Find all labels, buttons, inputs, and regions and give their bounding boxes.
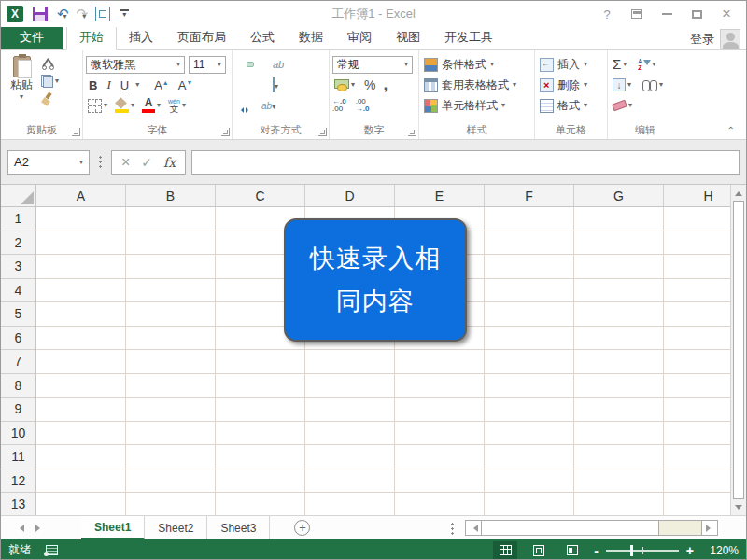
wrap-text-button[interactable]: ab▾	[258, 96, 279, 115]
cell-A1[interactable]	[36, 207, 126, 231]
column-header-E[interactable]: E	[395, 185, 485, 207]
row-header-3[interactable]: 3	[1, 255, 36, 279]
enter-button[interactable]: ✓	[141, 155, 152, 170]
cell-E13[interactable]	[395, 493, 485, 515]
horizontal-scrollbar[interactable]	[465, 520, 718, 536]
sign-in[interactable]: 登录	[690, 29, 746, 49]
cell-G13[interactable]	[574, 493, 664, 515]
font-color-button[interactable]: A▾	[140, 97, 162, 114]
cell-A13[interactable]	[36, 493, 126, 515]
cell-B3[interactable]	[126, 255, 216, 279]
cell-G3[interactable]	[574, 255, 664, 279]
cell-G5[interactable]	[574, 302, 664, 327]
comma-style-button[interactable]: ,	[383, 81, 388, 89]
help-button[interactable]: ?	[595, 5, 619, 23]
collapse-ribbon-button[interactable]: ⌃	[727, 125, 735, 135]
cell-E12[interactable]	[395, 469, 485, 494]
cell-C9[interactable]	[216, 398, 305, 422]
cell-F7[interactable]	[485, 350, 574, 374]
bold-button[interactable]: B	[86, 78, 100, 92]
merge-center-button[interactable]: ▾	[269, 76, 282, 94]
horizontal-scroll-thumb[interactable]	[482, 520, 659, 536]
alignment-dialog-launcher-icon[interactable]	[318, 128, 327, 136]
font-name-select[interactable]: 微软雅黑▾	[86, 56, 185, 74]
number-format-select[interactable]: 常规▾	[332, 56, 413, 74]
row-header-4[interactable]: 4	[1, 279, 36, 303]
cell-B12[interactable]	[126, 469, 216, 494]
cell-B11[interactable]	[126, 445, 216, 469]
shrink-font-button[interactable]: A▼	[178, 78, 199, 92]
paste-button[interactable]: 粘贴 ▾	[4, 54, 39, 106]
cell-C7[interactable]	[216, 350, 305, 374]
cell-D10[interactable]	[305, 422, 395, 446]
touch-mode-icon[interactable]	[95, 7, 110, 21]
next-sheet-button[interactable]	[35, 525, 44, 532]
save-icon[interactable]	[33, 7, 48, 21]
tab-view[interactable]: 视图	[384, 26, 432, 49]
page-layout-view-button[interactable]	[527, 541, 551, 559]
format-cells-button[interactable]: 格式 ▾	[538, 95, 604, 116]
find-select-button[interactable]: ▾	[641, 79, 665, 91]
tab-review[interactable]: 审阅	[335, 26, 384, 49]
formula-bar-resize-handle[interactable]	[99, 155, 102, 170]
vertical-scrollbar[interactable]	[730, 185, 746, 515]
new-sheet-button[interactable]: +	[294, 520, 310, 536]
column-header-C[interactable]: C	[216, 185, 305, 207]
sheet-tab-sheet1[interactable]: Sheet1	[81, 515, 145, 539]
cell-F1[interactable]	[485, 207, 574, 231]
cell-E8[interactable]	[395, 374, 485, 399]
prev-sheet-button[interactable]	[16, 525, 24, 532]
clipboard-dialog-launcher-icon[interactable]	[72, 128, 80, 136]
cell-G9[interactable]	[574, 398, 664, 422]
cell-D8[interactable]	[305, 374, 395, 399]
align-bottom-button[interactable]	[258, 62, 265, 67]
tab-home[interactable]: 开始	[66, 25, 117, 50]
cell-F12[interactable]	[485, 469, 574, 494]
macro-record-icon[interactable]	[46, 545, 58, 555]
insert-function-button[interactable]: fx	[163, 155, 176, 170]
cell-E9[interactable]	[395, 398, 485, 422]
conditional-formatting-button[interactable]: 条件格式 ▾	[422, 54, 531, 75]
avatar-icon[interactable]	[720, 29, 740, 49]
row-header-5[interactable]: 5	[1, 302, 36, 327]
autosum-button[interactable]: Σ▾	[611, 57, 628, 72]
close-button[interactable]: ×	[714, 5, 739, 23]
tab-data[interactable]: 数据	[287, 26, 335, 49]
tab-insert[interactable]: 插入	[117, 26, 165, 49]
undo-button[interactable]: ↶▾	[57, 6, 67, 22]
column-header-A[interactable]: A	[36, 185, 126, 207]
copy-button[interactable]: ▾	[39, 74, 61, 89]
cell-F6[interactable]	[485, 327, 574, 351]
cell-styles-button[interactable]: 单元格样式 ▾	[422, 95, 531, 116]
sheet-tab-sheet3[interactable]: Sheet3	[207, 516, 270, 539]
cell-D7[interactable]	[305, 350, 395, 374]
cell-A2[interactable]	[36, 231, 126, 256]
column-header-G[interactable]: G	[574, 185, 664, 207]
zoom-slider[interactable]	[606, 550, 679, 552]
cell-B9[interactable]	[126, 398, 216, 422]
scroll-right-button[interactable]	[701, 520, 718, 536]
font-dialog-launcher-icon[interactable]	[221, 128, 230, 136]
zoom-slider-handle[interactable]	[630, 545, 633, 556]
cell-F11[interactable]	[485, 445, 574, 469]
row-header-8[interactable]: 8	[1, 374, 36, 399]
cell-G1[interactable]	[574, 207, 664, 231]
redo-button[interactable]: ↷▾	[77, 6, 87, 22]
cell-F10[interactable]	[485, 422, 574, 446]
undo-caret-icon[interactable]: ▾	[63, 12, 67, 21]
cut-button[interactable]	[39, 56, 61, 71]
cell-G12[interactable]	[574, 469, 664, 494]
cell-G2[interactable]	[574, 231, 664, 256]
align-left-button[interactable]	[235, 82, 243, 88]
cell-C8[interactable]	[216, 374, 305, 399]
delete-cells-button[interactable]: 删除 ▾	[538, 75, 604, 95]
cell-F9[interactable]	[485, 398, 574, 422]
cell-E10[interactable]	[395, 422, 485, 446]
column-header-D[interactable]: D	[305, 185, 395, 207]
cell-D13[interactable]	[305, 493, 395, 515]
select-all-button[interactable]	[1, 185, 36, 207]
customize-qat-icon[interactable]: ▾	[120, 9, 129, 19]
cell-B8[interactable]	[126, 374, 216, 399]
cell-B5[interactable]	[126, 302, 216, 327]
align-center-button[interactable]	[247, 82, 254, 88]
